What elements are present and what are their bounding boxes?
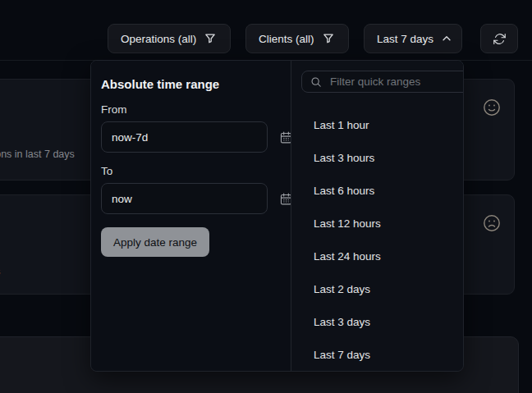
from-input[interactable]	[101, 121, 268, 153]
to-input[interactable]	[101, 183, 268, 214]
quick-range-filter-input[interactable]	[328, 75, 464, 89]
chevron-up-icon	[441, 33, 452, 44]
from-label: From	[101, 103, 281, 116]
quick-range-option[interactable]: Last 24 hours	[291, 240, 464, 272]
quick-range-option[interactable]: Last 12 hours	[291, 207, 464, 240]
quick-range-search-box[interactable]	[301, 71, 464, 93]
quick-range-option[interactable]: Last 3 hours	[291, 141, 464, 174]
absolute-time-range-title: Absolute time range	[101, 77, 281, 91]
quick-range-option[interactable]: Last 7 days	[291, 338, 464, 371]
refresh-icon	[493, 32, 507, 46]
quick-range-option[interactable]: Last 3 days	[291, 305, 464, 338]
operations-filter-button[interactable]: Operations (all)	[108, 24, 231, 53]
sad-face-icon	[482, 213, 502, 233]
time-range-picker-panel: Absolute time range From To	[90, 60, 464, 372]
refresh-button[interactable]	[480, 24, 518, 53]
funnel-icon	[322, 32, 335, 45]
absolute-time-range-section: Absolute time range From To	[91, 61, 291, 371]
quick-range-option[interactable]: Last 1 hour	[291, 108, 464, 141]
time-range-button[interactable]: Last 7 days	[364, 24, 462, 53]
operations-filter-label: Operations (all)	[121, 33, 196, 45]
quick-range-list: Last 1 hour Last 3 hours Last 6 hours La…	[291, 103, 464, 371]
quick-ranges-section: Last 1 hour Last 3 hours Last 6 hours La…	[291, 61, 464, 371]
clients-filter-button[interactable]: Clients (all)	[245, 24, 349, 53]
clients-filter-label: Clients (all)	[259, 33, 314, 45]
stat-card-1-caption: ations in last 7 days	[0, 149, 75, 160]
quick-range-option[interactable]: Last 2 days	[291, 272, 464, 305]
apply-date-range-button[interactable]: Apply date range	[101, 227, 209, 257]
time-range-label: Last 7 days	[377, 33, 433, 45]
to-label: To	[101, 165, 281, 177]
neutral-face-icon	[482, 98, 502, 117]
funnel-icon	[204, 32, 217, 45]
search-icon	[310, 76, 322, 88]
quick-range-option[interactable]: Last 6 hours	[291, 174, 464, 207]
